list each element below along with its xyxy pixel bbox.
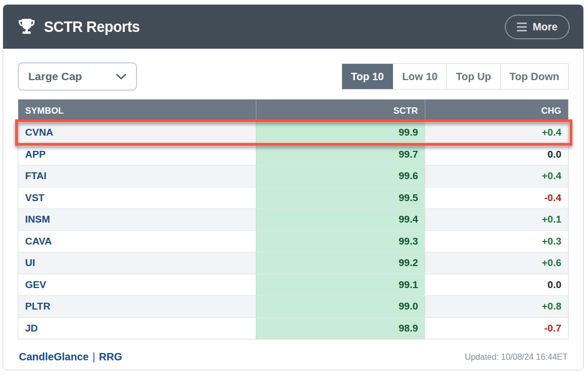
widget-footer: CandleGlance | RRG Updated: 10/08/24 16:… (18, 351, 569, 363)
column-header-sctr: SCTR (256, 100, 425, 122)
tab-top-up[interactable]: Top Up (446, 64, 500, 89)
chg-value: +0.4 (541, 170, 561, 182)
link-separator: | (92, 351, 95, 363)
chg-value: -0.4 (544, 192, 561, 204)
table-row: APP 99.7 0.0 (18, 144, 568, 166)
chg-cell: +0.3 (425, 231, 568, 252)
symbol-link[interactable]: JD (25, 323, 38, 334)
chg-value: +0.1 (541, 214, 561, 225)
more-button[interactable]: More (505, 15, 570, 39)
chg-cell: 0.0 (425, 144, 568, 166)
controls-row: Large Cap Top 10Low 10Top UpTop Down (18, 62, 569, 91)
sctr-cell: 99.0 (256, 296, 425, 317)
table-row: UI 99.2 +0.6 (18, 252, 568, 274)
chg-cell: +0.6 (425, 252, 568, 274)
chg-value: +0.3 (541, 236, 561, 247)
symbol-link[interactable]: FTAI (25, 170, 47, 182)
symbol-cell: INSM (18, 209, 256, 230)
table-row: CVNA 99.9 +0.4 (18, 122, 568, 144)
table-header-row: SYMBOL SCTR CHG (18, 100, 568, 122)
view-tabs: Top 10Low 10Top UpTop Down (342, 63, 569, 90)
tab-top-10[interactable]: Top 10 (342, 64, 393, 89)
sctr-value: 99.6 (399, 170, 418, 182)
symbol-cell: PLTR (18, 296, 256, 317)
sctr-cell: 99.1 (256, 274, 425, 296)
sctr-cell: 99.3 (256, 231, 425, 252)
chg-cell: +0.4 (425, 166, 568, 187)
table-row: FTAI 99.6 +0.4 (18, 165, 568, 187)
sctr-value: 99.4 (399, 214, 418, 225)
table-row: PLTR 99.0 +0.8 (18, 295, 568, 317)
menu-icon (517, 23, 527, 31)
table-row: GEV 99.1 0.0 (18, 274, 568, 296)
more-button-label: More (533, 21, 558, 33)
sctr-cell: 99.9 (256, 122, 425, 144)
trophy-icon (17, 17, 37, 36)
chg-cell: +0.4 (425, 122, 568, 144)
symbol-cell: FTAI (18, 166, 256, 187)
tab-top-down[interactable]: Top Down (500, 64, 568, 89)
sctr-cell: 98.9 (256, 318, 425, 339)
group-select[interactable]: Large Cap (18, 62, 137, 91)
chg-value: 0.0 (548, 149, 561, 160)
rrg-link[interactable]: RRG (99, 351, 122, 363)
column-header-symbol: SYMBOL (18, 100, 256, 122)
chg-cell: 0.0 (425, 274, 568, 296)
symbol-cell: UI (18, 252, 256, 274)
sctr-value: 99.5 (399, 192, 418, 204)
sctr-value: 99.7 (399, 149, 418, 160)
sctr-value: 99.9 (399, 127, 418, 138)
chg-value: +0.8 (541, 301, 561, 312)
sctr-cell: 99.6 (256, 166, 425, 187)
updated-timestamp: Updated: 10/08/24 16:44ET (465, 352, 568, 362)
candleglance-link[interactable]: CandleGlance (19, 351, 88, 363)
tab-low-10[interactable]: Low 10 (393, 64, 447, 89)
table-row: INSM 99.4 +0.1 (18, 208, 568, 230)
symbol-cell: CVNA (18, 122, 256, 144)
table-body: CVNA 99.9 +0.4 APP 99.7 0.0 FTAI 99.6 +0… (18, 122, 568, 339)
symbol-cell: CAVA (18, 231, 256, 252)
symbol-link[interactable]: CAVA (25, 236, 52, 247)
sctr-reports-widget: SCTR Reports More Large Cap Top 10Low 10… (3, 4, 584, 370)
table-row: VST 99.5 -0.4 (18, 187, 568, 209)
chg-cell: +0.1 (425, 209, 568, 230)
footer-links: CandleGlance | RRG (19, 351, 122, 363)
sctr-value: 99.3 (399, 236, 418, 247)
chg-value: -0.7 (544, 323, 561, 334)
sctr-cell: 99.2 (256, 252, 425, 274)
table-row: JD 98.9 -0.7 (18, 317, 568, 339)
sctr-table: SYMBOL SCTR CHG CVNA 99.9 +0.4 APP 99.7 … (18, 99, 569, 339)
widget-header: SCTR Reports More (3, 5, 583, 49)
table-row: CAVA 99.3 +0.3 (18, 230, 568, 252)
chg-cell: -0.4 (425, 188, 568, 209)
symbol-link[interactable]: GEV (25, 279, 46, 291)
sctr-value: 98.9 (399, 323, 418, 334)
page-title: SCTR Reports (44, 18, 140, 36)
chg-cell: +0.8 (425, 296, 568, 317)
symbol-link[interactable]: PLTR (25, 301, 50, 312)
symbol-link[interactable]: UI (25, 257, 35, 269)
sctr-cell: 99.4 (256, 209, 425, 230)
sctr-cell: 99.5 (256, 188, 425, 209)
widget-content: Large Cap Top 10Low 10Top UpTop Down SYM… (3, 49, 583, 363)
symbol-link[interactable]: CVNA (25, 127, 53, 138)
symbol-link[interactable]: VST (25, 192, 44, 204)
symbol-link[interactable]: APP (25, 149, 46, 160)
group-select-value: Large Cap (28, 70, 82, 83)
sctr-value: 99.1 (399, 279, 418, 291)
chg-value: +0.4 (541, 127, 561, 138)
symbol-cell: GEV (18, 274, 256, 296)
chg-cell: -0.7 (425, 318, 568, 339)
symbol-link[interactable]: INSM (25, 214, 50, 225)
symbol-cell: JD (18, 318, 256, 339)
chg-value: +0.6 (541, 257, 561, 269)
chg-value: 0.0 (548, 279, 561, 291)
header-title-group: SCTR Reports (17, 17, 144, 36)
chevron-down-icon (116, 73, 127, 80)
sctr-value: 99.0 (399, 301, 418, 312)
symbol-cell: VST (18, 188, 256, 209)
sctr-value: 99.2 (399, 257, 418, 269)
symbol-cell: APP (18, 144, 256, 166)
column-header-chg: CHG (425, 100, 568, 122)
sctr-cell: 99.7 (256, 144, 425, 166)
